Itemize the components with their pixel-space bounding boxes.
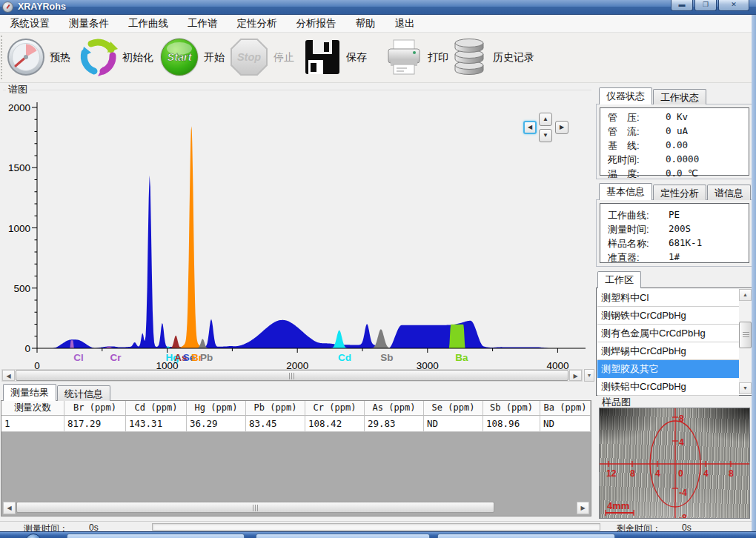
column-header[interactable]: Se (ppm) xyxy=(424,401,483,416)
toolbar-button-save[interactable]: 保存 xyxy=(302,36,367,80)
instrument-status-tab-strip: 仪器状态工作状态 xyxy=(599,87,707,104)
work-area-item-5[interactable]: 测塑胶及其它 xyxy=(597,360,739,378)
chart-hscrollbar: ◀ ▶ xyxy=(1,369,583,382)
table-cell: 108.96 xyxy=(483,416,540,432)
field-label: 管 压: xyxy=(608,111,666,124)
column-header[interactable]: As (ppm) xyxy=(365,401,424,416)
app-icon xyxy=(2,1,13,13)
chart-group-label: 谱图 xyxy=(6,83,30,96)
field-value: 0 uA xyxy=(666,125,688,139)
work-area-item-4[interactable]: 测焊锡中CrCdPbHg xyxy=(597,342,739,360)
field-label: 基 线: xyxy=(608,139,666,153)
table-row[interactable]: 1817.29143.3136.2983.45108.4229.83ND108.… xyxy=(1,416,591,432)
table-hscroll-track[interactable] xyxy=(16,502,577,514)
svg-text:8: 8 xyxy=(630,468,635,479)
work-list-scrollbar: ▲ ▼ xyxy=(739,289,752,394)
toolbar-button-print[interactable]: 打印 xyxy=(384,36,448,80)
column-header[interactable]: Sb (ppm) xyxy=(483,401,540,416)
status-row: 管 流:0 uA xyxy=(600,124,749,139)
menu-item-7[interactable]: 帮助 xyxy=(346,15,385,33)
menu-item-8[interactable]: 退出 xyxy=(385,15,425,33)
chart-hscroll-track[interactable] xyxy=(15,370,569,381)
field-label: 准直器: xyxy=(608,251,669,265)
menu-item-3[interactable]: 工作曲线 xyxy=(119,15,178,33)
menu-item-4[interactable]: 工作谱 xyxy=(178,15,228,33)
column-header[interactable]: Ba (ppm) xyxy=(540,401,591,416)
chart-pan-down-button[interactable]: ▼ xyxy=(539,129,552,142)
svg-text:8: 8 xyxy=(679,414,684,424)
field-value: 0 Kv xyxy=(666,111,688,124)
toolbar-button-label: 停止 xyxy=(273,51,294,64)
print-icon xyxy=(384,37,424,79)
taskbar-window-button[interactable] xyxy=(67,534,245,538)
table-hscroll-right-button[interactable]: ▶ xyxy=(577,502,589,514)
menu-item-6[interactable]: 分析报告 xyxy=(287,15,346,33)
window-title: XRAYRohs xyxy=(18,1,66,12)
toolbar-button-start[interactable]: Start开始 xyxy=(159,36,225,80)
work-area-item-3[interactable]: 测有色金属中CrCdPbHg xyxy=(597,325,739,342)
column-header[interactable]: Pb (ppm) xyxy=(246,401,305,416)
field-label: 测量时间: xyxy=(608,223,669,236)
work-list-scroll-down-button[interactable]: ▼ xyxy=(739,382,752,394)
reticle-overlay: 128404884-4-84mm xyxy=(600,408,750,519)
toolbar-button-refresh[interactable]: 初始化 xyxy=(79,36,153,80)
stop-icon: Stop xyxy=(228,36,270,80)
toolbar-button-label: 预热 xyxy=(50,51,70,64)
status-row: 工作曲线:PE xyxy=(600,208,749,222)
toolbar-button-history[interactable]: 历史记录 xyxy=(449,36,534,80)
table-hscroll-left-button[interactable]: ◀ xyxy=(3,502,16,514)
save-icon xyxy=(302,37,342,79)
chart-scroll-down-button[interactable]: ▼ xyxy=(584,369,594,382)
column-header[interactable]: Cd (ppm) xyxy=(126,401,187,416)
instrument-tab-1[interactable]: 仪器状态 xyxy=(599,87,652,104)
start-orb[interactable] xyxy=(25,534,42,538)
toolbar-button-stop: Stop停止 xyxy=(228,36,294,80)
results-tab-2[interactable]: 统计信息 xyxy=(57,385,110,401)
svg-text:Pb: Pb xyxy=(200,352,213,363)
basic-info-panel: 工作曲线:PE测量时间:200S样品名称:681K-1准直器:1# xyxy=(596,199,753,267)
taskbar-window-button[interactable] xyxy=(256,534,430,538)
results-tab-strip: 测量结果统计信息 xyxy=(3,384,111,401)
application-window: XRAYRohs ▬ ❐ ✕ 系统设置测量条件工作曲线工作谱定性分析分析报告帮助… xyxy=(0,0,756,538)
maximize-button[interactable]: ❐ xyxy=(694,0,717,11)
info-tab-2[interactable]: 定性分析 xyxy=(653,185,706,200)
info-tab-1[interactable]: 基本信息 xyxy=(599,183,652,200)
info-tab-3[interactable]: 谱信息 xyxy=(707,185,751,200)
toolbar-button-gauge[interactable]: 预热 xyxy=(6,36,70,80)
field-label: 死时间: xyxy=(608,153,666,167)
table-hscroll-thumb[interactable] xyxy=(16,502,494,513)
column-header[interactable]: 测量次数 xyxy=(1,401,64,416)
column-header[interactable]: Br (ppm) xyxy=(64,401,126,416)
instrument-tab-2[interactable]: 工作状态 xyxy=(653,89,706,104)
field-value: 1# xyxy=(669,251,680,265)
chart-hscroll-left-button[interactable]: ◀ xyxy=(2,370,15,381)
title-bar[interactable]: XRAYRohs ▬ ❐ ✕ xyxy=(0,0,756,15)
taskbar-window-button[interactable] xyxy=(437,534,615,538)
field-value: 0.0000 xyxy=(666,153,699,167)
column-header[interactable]: Cr (ppm) xyxy=(305,401,365,416)
chart-pan-left-button[interactable]: ◀ xyxy=(523,121,537,134)
work-area-item-6[interactable]: 测镁铝中CrCdPbHg xyxy=(597,378,739,396)
work-area-tab[interactable]: 工作区 xyxy=(597,271,641,288)
work-list-scroll-thumb[interactable] xyxy=(739,322,752,348)
menu-item-5[interactable]: 定性分析 xyxy=(228,15,287,33)
work-area-item-1[interactable]: 测塑料中Cl xyxy=(597,289,739,307)
chart-pan-up-button[interactable]: ▲ xyxy=(539,113,552,126)
menu-item-2[interactable]: 测量条件 xyxy=(59,15,119,33)
svg-text:Sb: Sb xyxy=(380,352,393,363)
chart-hscroll-right-button[interactable]: ▶ xyxy=(569,370,582,381)
chart-hscroll-thumb[interactable] xyxy=(16,370,568,381)
work-list-scroll-up-button[interactable]: ▲ xyxy=(739,289,752,301)
work-area-item-2[interactable]: 测钢铁中CrCdPbHg xyxy=(597,307,739,325)
column-header[interactable]: Hg (ppm) xyxy=(187,401,246,416)
results-tab-1[interactable]: 测量结果 xyxy=(3,384,56,401)
field-value: 0.0 ℃ xyxy=(666,167,698,181)
chart-pan-right-button[interactable]: ▶ xyxy=(555,121,568,134)
svg-text:8: 8 xyxy=(729,468,734,479)
windows-taskbar[interactable] xyxy=(0,531,756,538)
menu-item-1[interactable]: 系统设置 xyxy=(0,15,59,33)
svg-text:500: 500 xyxy=(13,283,30,294)
minimize-button[interactable]: ▬ xyxy=(671,0,693,11)
close-button[interactable]: ✕ xyxy=(718,0,749,11)
menu-bar: 系统设置测量条件工作曲线工作谱定性分析分析报告帮助退出 xyxy=(0,15,756,33)
